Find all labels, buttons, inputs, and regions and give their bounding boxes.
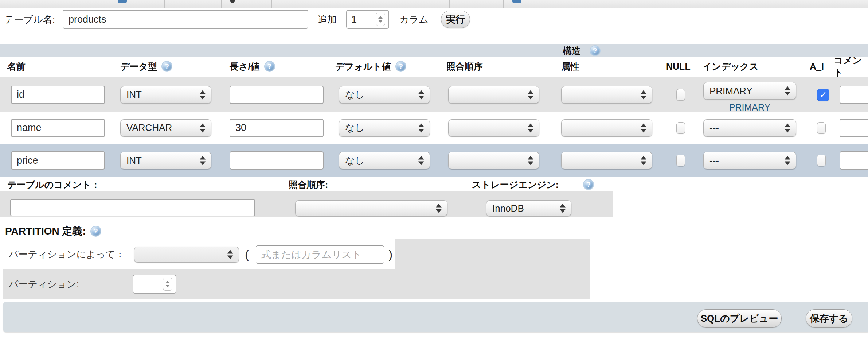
null-checkbox[interactable] — [676, 122, 685, 134]
header-null: NULL — [666, 57, 691, 76]
partition-count-label: パーティション: — [9, 275, 79, 293]
column-type-select[interactable]: INT — [120, 86, 211, 104]
table-comment-input[interactable] — [10, 199, 255, 216]
ai-checkbox[interactable] — [817, 89, 829, 101]
partition-count-stepper[interactable] — [133, 275, 176, 294]
column-comment-input[interactable] — [840, 86, 868, 104]
index-select[interactable]: --- — [703, 152, 796, 169]
help-icon[interactable] — [395, 61, 406, 72]
index-select[interactable]: --- — [703, 119, 796, 137]
sql-preview-button[interactable]: SQLのプレビュー — [697, 309, 782, 328]
table-collation-select[interactable] — [295, 200, 447, 216]
header-index: インデックス — [703, 57, 759, 76]
column-type-select[interactable]: VARCHAR — [120, 119, 211, 137]
select-arrows-icon — [560, 204, 566, 213]
storage-engine-select[interactable]: InnoDB — [486, 200, 571, 216]
header-collation: 照合順序 — [446, 57, 483, 76]
partition-expression-placeholder: 式またはカラムリスト — [261, 248, 362, 261]
help-icon[interactable] — [90, 226, 101, 237]
null-checkbox[interactable] — [676, 155, 685, 166]
save-button[interactable]: 保存する — [806, 309, 852, 328]
structure-band: 構造 — [0, 44, 868, 57]
column-type-select[interactable]: INT — [120, 152, 211, 169]
tab-separator — [271, 0, 272, 8]
tab-icon[interactable] — [512, 0, 521, 3]
column-attributes-select[interactable] — [561, 152, 652, 169]
select-arrows-icon — [528, 156, 533, 165]
column-default-select[interactable]: なし — [339, 86, 430, 104]
tab-separator — [221, 0, 222, 8]
tab-separator — [449, 0, 450, 8]
go-button[interactable]: 実行 — [441, 11, 470, 28]
paren-close: ) — [388, 244, 392, 265]
header-default: デフォルト値 — [335, 57, 406, 76]
select-arrows-icon — [200, 123, 206, 132]
column-attributes-select[interactable] — [561, 119, 652, 137]
column-name-input[interactable]: name — [11, 119, 105, 137]
add-columns-label: 追加 — [318, 11, 337, 28]
help-icon[interactable] — [583, 179, 594, 190]
partition-panel: パーティションによって： ( 式またはカラムリスト ) パーティション: — [3, 239, 590, 299]
storage-engine-label: ストレージエンジン: — [472, 178, 559, 191]
select-arrows-icon — [641, 123, 646, 132]
header-type: データ型 — [120, 57, 172, 76]
primary-index-link[interactable]: PRIMARY — [703, 102, 796, 113]
table-comment-label: テーブルのコメント： — [7, 178, 100, 191]
tab-separator — [623, 0, 623, 8]
tab-icon[interactable] — [230, 0, 235, 3]
column-attributes-select[interactable] — [561, 86, 652, 104]
select-arrows-icon — [528, 123, 533, 132]
help-icon[interactable] — [161, 61, 172, 72]
footer-bar: SQLのプレビュー 保存する — [3, 302, 868, 332]
tab-separator — [364, 0, 364, 8]
column-default-select[interactable]: なし — [339, 119, 430, 137]
column-default-select[interactable]: なし — [339, 152, 430, 169]
column-comment-input[interactable] — [840, 151, 868, 170]
ai-checkbox[interactable] — [817, 122, 826, 134]
select-arrows-icon — [418, 90, 424, 99]
tab-separator — [559, 0, 559, 8]
paren-open: ( — [245, 244, 249, 265]
table-collation-label: 照合順序: — [289, 178, 328, 191]
stepper-arrows-icon[interactable] — [376, 13, 385, 26]
table-name-input[interactable]: products — [63, 10, 308, 29]
column-row-id: id INT なし PRIMARY PRIMARY — [0, 77, 868, 112]
column-name-input[interactable]: price — [11, 151, 105, 170]
select-arrows-icon — [418, 156, 424, 165]
column-collation-select[interactable] — [448, 152, 539, 169]
index-select[interactable]: PRIMARY — [703, 82, 796, 100]
select-arrows-icon — [200, 90, 206, 99]
stepper-arrows-icon[interactable] — [163, 278, 172, 291]
column-collation-select[interactable] — [448, 86, 539, 104]
help-icon[interactable] — [264, 61, 275, 72]
tab-separator — [164, 0, 165, 8]
column-collation-select[interactable] — [448, 119, 539, 137]
column-comment-input[interactable] — [840, 119, 868, 137]
columns-word-label: カラム — [399, 11, 429, 28]
partition-by-select[interactable] — [134, 247, 239, 263]
partition-title: PARTITION 定義: — [5, 225, 101, 238]
select-arrows-icon — [785, 156, 790, 165]
partition-expression-input[interactable]: 式またはカラムリスト — [256, 245, 384, 264]
column-name-input[interactable]: id — [11, 86, 105, 104]
null-checkbox[interactable] — [676, 89, 685, 101]
help-icon[interactable] — [590, 45, 601, 56]
select-arrows-icon — [227, 250, 233, 259]
ai-checkbox[interactable] — [817, 155, 826, 166]
column-length-input[interactable] — [230, 86, 324, 104]
select-arrows-icon — [418, 123, 424, 132]
select-arrows-icon — [641, 156, 646, 165]
header-name: 名前 — [7, 57, 26, 76]
column-length-input[interactable]: 30 — [230, 119, 324, 137]
column-length-input[interactable] — [230, 151, 324, 170]
select-arrows-icon — [528, 90, 533, 99]
tab-strip — [0, 0, 868, 8]
tab-separator — [503, 0, 504, 8]
select-arrows-icon — [785, 123, 790, 132]
add-columns-count-value: 1 — [351, 14, 357, 25]
table-options-labels: テーブルのコメント： 照合順序: ストレージエンジン: — [0, 178, 868, 191]
table-options-band: InnoDB — [0, 191, 613, 217]
tab-icon[interactable] — [118, 0, 127, 3]
header-comment: コメント — [834, 57, 868, 76]
add-columns-count-stepper[interactable]: 1 — [346, 10, 389, 29]
